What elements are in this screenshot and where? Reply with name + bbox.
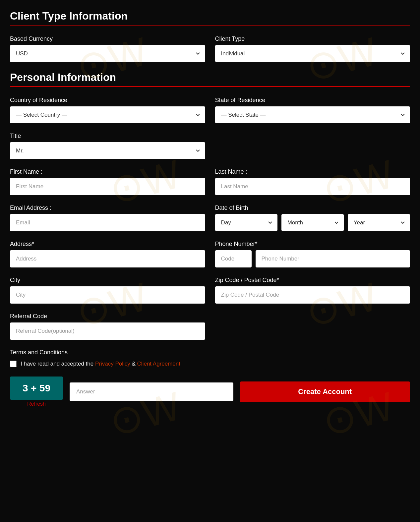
city-zip-row: City Zip Code / Postal Code* xyxy=(10,277,410,304)
based-currency-label: Based Currency xyxy=(10,35,205,42)
address-label: Address* xyxy=(10,241,205,248)
referral-row: Referral Code xyxy=(10,313,410,340)
dob-month-select[interactable]: Month xyxy=(281,214,344,231)
referral-input[interactable] xyxy=(10,322,205,340)
client-agreement-link[interactable]: Client Agreement xyxy=(137,361,180,367)
address-phone-row: Address* Phone Number* xyxy=(10,241,410,267)
phone-inputs xyxy=(215,250,410,267)
phone-label: Phone Number* xyxy=(215,241,410,248)
address-input[interactable] xyxy=(10,250,205,267)
dob-year-select[interactable]: Year xyxy=(348,214,410,231)
email-input[interactable] xyxy=(10,214,205,231)
terms-checkbox-row: I have read and accepted the Privacy Pol… xyxy=(10,361,410,367)
zip-col: Zip Code / Postal Code* xyxy=(215,277,410,304)
based-currency-select[interactable]: USD EUR GBP JPY xyxy=(10,45,205,62)
client-type-row: Based Currency USD EUR GBP JPY Client Ty… xyxy=(10,35,410,62)
personal-section-title: Personal Information xyxy=(10,71,410,84)
client-type-divider xyxy=(10,25,410,26)
state-select[interactable]: — Select State — xyxy=(215,106,410,123)
last-name-input[interactable] xyxy=(215,178,410,195)
captcha-answer-input[interactable] xyxy=(70,382,233,401)
phone-code-input[interactable] xyxy=(215,250,252,267)
captcha-submit-row: 3 + 59 Refresh Create Account xyxy=(10,377,410,407)
personal-section: Personal Information Country of Residenc… xyxy=(10,71,410,340)
terms-section: Terms and Conditions I have read and acc… xyxy=(10,349,410,367)
first-name-col: First Name : xyxy=(10,168,205,195)
city-label: City xyxy=(10,277,205,284)
zip-label: Zip Code / Postal Code* xyxy=(215,277,410,284)
terms-title: Terms and Conditions xyxy=(10,349,410,356)
city-col: City xyxy=(10,277,205,304)
referral-spacer xyxy=(215,313,410,340)
create-account-button[interactable]: Create Account xyxy=(240,381,410,402)
client-type-select[interactable]: Individual Corporate xyxy=(215,45,410,62)
personal-divider xyxy=(10,86,410,87)
captcha-display: 3 + 59 xyxy=(10,377,63,400)
phone-number-input[interactable] xyxy=(256,250,410,267)
client-type-col: Client Type Individual Corporate xyxy=(215,35,410,62)
email-col: Email Address : xyxy=(10,204,205,231)
referral-col: Referral Code xyxy=(10,313,205,340)
title-col: Title Mr. Mrs. Ms. Dr. xyxy=(10,133,205,159)
address-col: Address* xyxy=(10,241,205,267)
dob-selects: Day Month Year xyxy=(215,214,410,231)
client-type-label: Client Type xyxy=(215,35,410,42)
captcha-left: 3 + 59 Refresh xyxy=(10,377,63,407)
email-label: Email Address : xyxy=(10,204,205,211)
dob-day-select[interactable]: Day xyxy=(215,214,277,231)
zip-input[interactable] xyxy=(215,286,410,304)
last-name-col: Last Name : xyxy=(215,168,410,195)
client-type-section-title: Client Type Information xyxy=(10,10,410,22)
city-input[interactable] xyxy=(10,286,205,304)
dob-col: Date of Birth Day Month Year xyxy=(215,204,410,231)
state-col: State of Residence — Select State — xyxy=(215,97,410,123)
name-row: First Name : Last Name : xyxy=(10,168,410,195)
terms-checkbox[interactable] xyxy=(10,361,17,367)
title-row: Title Mr. Mrs. Ms. Dr. xyxy=(10,133,410,159)
last-name-label: Last Name : xyxy=(215,168,410,175)
privacy-policy-link[interactable]: Privacy Policy xyxy=(95,361,130,367)
referral-label: Referral Code xyxy=(10,313,205,320)
country-col: Country of Residence — Select Country — xyxy=(10,97,205,123)
first-name-input[interactable] xyxy=(10,178,205,195)
captcha-refresh-button[interactable]: Refresh xyxy=(10,401,63,407)
dob-label: Date of Birth xyxy=(215,204,410,211)
based-currency-col: Based Currency USD EUR GBP JPY xyxy=(10,35,205,62)
title-label: Title xyxy=(10,133,205,140)
email-dob-row: Email Address : Date of Birth Day Month … xyxy=(10,204,410,231)
state-label: State of Residence xyxy=(215,97,410,104)
title-spacer xyxy=(215,133,410,159)
country-label: Country of Residence xyxy=(10,97,205,104)
title-select[interactable]: Mr. Mrs. Ms. Dr. xyxy=(10,142,205,159)
first-name-label: First Name : xyxy=(10,168,205,175)
country-state-row: Country of Residence — Select Country — … xyxy=(10,97,410,123)
terms-text: I have read and accepted the Privacy Pol… xyxy=(21,361,180,367)
phone-col: Phone Number* xyxy=(215,241,410,267)
country-select[interactable]: — Select Country — xyxy=(10,106,205,123)
